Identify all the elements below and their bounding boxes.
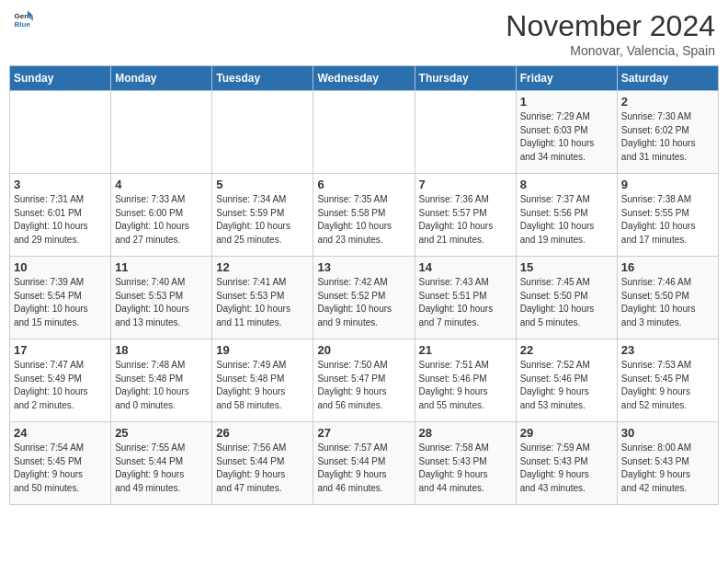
day-info: Sunrise: 7:50 AM Sunset: 5:47 PM Dayligh… — [317, 359, 410, 412]
day-cell: 10Sunrise: 7:39 AM Sunset: 5:54 PM Dayli… — [10, 257, 111, 339]
day-cell: 15Sunrise: 7:45 AM Sunset: 5:50 PM Dayli… — [516, 257, 617, 339]
day-number: 30 — [621, 426, 714, 440]
day-cell — [415, 91, 516, 174]
title-area: November 2024 Monovar, Valencia, Spain — [506, 9, 715, 58]
weekday-header-wednesday: Wednesday — [313, 66, 415, 91]
day-info: Sunrise: 7:52 AM Sunset: 5:46 PM Dayligh… — [520, 359, 613, 412]
day-info: Sunrise: 7:39 AM Sunset: 5:54 PM Dayligh… — [14, 276, 107, 329]
weekday-header-row: SundayMondayTuesdayWednesdayThursdayFrid… — [10, 66, 719, 91]
day-cell: 26Sunrise: 7:56 AM Sunset: 5:44 PM Dayli… — [212, 422, 313, 505]
day-info: Sunrise: 7:40 AM Sunset: 5:53 PM Dayligh… — [115, 276, 208, 329]
day-cell: 17Sunrise: 7:47 AM Sunset: 5:49 PM Dayli… — [10, 339, 111, 422]
day-number: 7 — [419, 178, 512, 191]
location-title: Monovar, Valencia, Spain — [506, 43, 715, 58]
day-number: 9 — [621, 178, 714, 191]
day-info: Sunrise: 7:43 AM Sunset: 5:51 PM Dayligh… — [419, 276, 512, 329]
day-info: Sunrise: 7:35 AM Sunset: 5:58 PM Dayligh… — [317, 193, 410, 247]
day-number: 28 — [419, 426, 512, 440]
day-info: Sunrise: 7:29 AM Sunset: 6:03 PM Dayligh… — [520, 110, 613, 164]
weekday-header-thursday: Thursday — [415, 66, 516, 91]
day-cell: 9Sunrise: 7:38 AM Sunset: 5:55 PM Daylig… — [617, 174, 718, 257]
day-info: Sunrise: 7:38 AM Sunset: 5:55 PM Dayligh… — [621, 193, 714, 247]
day-number: 21 — [419, 343, 512, 357]
day-number: 14 — [419, 260, 512, 274]
day-number: 6 — [317, 178, 410, 191]
day-number: 23 — [621, 343, 714, 357]
day-number: 5 — [216, 178, 309, 191]
day-info: Sunrise: 7:59 AM Sunset: 5:43 PM Dayligh… — [520, 442, 613, 495]
day-cell: 7Sunrise: 7:36 AM Sunset: 5:57 PM Daylig… — [415, 174, 516, 257]
day-number: 1 — [520, 95, 613, 109]
day-info: Sunrise: 7:55 AM Sunset: 5:44 PM Dayligh… — [115, 442, 208, 495]
day-cell: 8Sunrise: 7:37 AM Sunset: 5:56 PM Daylig… — [516, 174, 617, 257]
weekday-header-sunday: Sunday — [10, 66, 111, 91]
week-row-5: 24Sunrise: 7:54 AM Sunset: 5:45 PM Dayli… — [10, 422, 719, 505]
day-cell: 1Sunrise: 7:29 AM Sunset: 6:03 PM Daylig… — [516, 91, 617, 174]
day-info: Sunrise: 7:53 AM Sunset: 5:45 PM Dayligh… — [621, 359, 714, 412]
day-cell: 3Sunrise: 7:31 AM Sunset: 6:01 PM Daylig… — [10, 174, 111, 257]
day-cell: 27Sunrise: 7:57 AM Sunset: 5:44 PM Dayli… — [313, 422, 415, 505]
day-cell: 25Sunrise: 7:55 AM Sunset: 5:44 PM Dayli… — [111, 422, 212, 505]
day-number: 15 — [520, 260, 613, 274]
day-number: 18 — [115, 343, 208, 357]
day-cell: 14Sunrise: 7:43 AM Sunset: 5:51 PM Dayli… — [415, 257, 516, 339]
day-cell: 12Sunrise: 7:41 AM Sunset: 5:53 PM Dayli… — [212, 257, 313, 339]
day-info: Sunrise: 7:46 AM Sunset: 5:50 PM Dayligh… — [621, 276, 714, 329]
day-cell: 11Sunrise: 7:40 AM Sunset: 5:53 PM Dayli… — [111, 257, 212, 339]
day-info: Sunrise: 7:41 AM Sunset: 5:53 PM Dayligh… — [216, 276, 309, 329]
day-info: Sunrise: 7:48 AM Sunset: 5:48 PM Dayligh… — [115, 359, 208, 412]
svg-text:Blue: Blue — [14, 20, 30, 29]
day-info: Sunrise: 7:37 AM Sunset: 5:56 PM Dayligh… — [520, 193, 613, 247]
day-info: Sunrise: 7:42 AM Sunset: 5:52 PM Dayligh… — [317, 276, 410, 329]
day-number: 16 — [621, 260, 714, 274]
day-cell — [10, 91, 111, 174]
day-cell: 22Sunrise: 7:52 AM Sunset: 5:46 PM Dayli… — [516, 339, 617, 422]
day-number: 20 — [317, 343, 410, 357]
day-info: Sunrise: 7:57 AM Sunset: 5:44 PM Dayligh… — [317, 442, 410, 495]
day-info: Sunrise: 7:51 AM Sunset: 5:46 PM Dayligh… — [419, 359, 512, 412]
day-cell: 30Sunrise: 8:00 AM Sunset: 5:43 PM Dayli… — [617, 422, 718, 505]
day-info: Sunrise: 7:49 AM Sunset: 5:48 PM Dayligh… — [216, 359, 309, 412]
day-cell: 24Sunrise: 7:54 AM Sunset: 5:45 PM Dayli… — [10, 422, 111, 505]
weekday-header-tuesday: Tuesday — [212, 66, 313, 91]
day-number: 22 — [520, 343, 613, 357]
logo-icon: General Blue — [13, 9, 33, 29]
day-cell: 20Sunrise: 7:50 AM Sunset: 5:47 PM Dayli… — [313, 339, 415, 422]
day-info: Sunrise: 7:45 AM Sunset: 5:50 PM Dayligh… — [520, 276, 613, 329]
day-info: Sunrise: 7:54 AM Sunset: 5:45 PM Dayligh… — [14, 442, 107, 495]
month-title: November 2024 — [506, 9, 715, 43]
day-cell: 4Sunrise: 7:33 AM Sunset: 6:00 PM Daylig… — [111, 174, 212, 257]
day-number: 13 — [317, 260, 410, 274]
day-cell: 18Sunrise: 7:48 AM Sunset: 5:48 PM Dayli… — [111, 339, 212, 422]
day-cell — [212, 91, 313, 174]
logo: General Blue — [13, 9, 33, 29]
day-cell — [313, 91, 415, 174]
day-cell: 5Sunrise: 7:34 AM Sunset: 5:59 PM Daylig… — [212, 174, 313, 257]
day-number: 2 — [621, 95, 714, 109]
day-cell: 2Sunrise: 7:30 AM Sunset: 6:02 PM Daylig… — [617, 91, 718, 174]
day-info: Sunrise: 7:58 AM Sunset: 5:43 PM Dayligh… — [419, 442, 512, 495]
day-number: 4 — [115, 178, 208, 191]
day-info: Sunrise: 7:31 AM Sunset: 6:01 PM Dayligh… — [14, 193, 107, 247]
day-cell: 29Sunrise: 7:59 AM Sunset: 5:43 PM Dayli… — [516, 422, 617, 505]
day-number: 10 — [14, 260, 107, 274]
day-info: Sunrise: 7:33 AM Sunset: 6:00 PM Dayligh… — [115, 193, 208, 247]
day-number: 8 — [520, 178, 613, 191]
weekday-header-saturday: Saturday — [617, 66, 718, 91]
weekday-header-friday: Friday — [516, 66, 617, 91]
day-number: 11 — [115, 260, 208, 274]
week-row-4: 17Sunrise: 7:47 AM Sunset: 5:49 PM Dayli… — [10, 339, 719, 422]
day-cell: 13Sunrise: 7:42 AM Sunset: 5:52 PM Dayli… — [313, 257, 415, 339]
calendar-table: SundayMondayTuesdayWednesdayThursdayFrid… — [9, 65, 719, 505]
day-number: 3 — [14, 178, 107, 191]
day-cell: 6Sunrise: 7:35 AM Sunset: 5:58 PM Daylig… — [313, 174, 415, 257]
day-info: Sunrise: 7:30 AM Sunset: 6:02 PM Dayligh… — [621, 110, 714, 164]
day-cell: 21Sunrise: 7:51 AM Sunset: 5:46 PM Dayli… — [415, 339, 516, 422]
day-cell: 16Sunrise: 7:46 AM Sunset: 5:50 PM Dayli… — [617, 257, 718, 339]
day-cell: 23Sunrise: 7:53 AM Sunset: 5:45 PM Dayli… — [617, 339, 718, 422]
day-info: Sunrise: 8:00 AM Sunset: 5:43 PM Dayligh… — [621, 442, 714, 495]
day-number: 29 — [520, 426, 613, 440]
day-number: 26 — [216, 426, 309, 440]
day-number: 25 — [115, 426, 208, 440]
day-cell: 28Sunrise: 7:58 AM Sunset: 5:43 PM Dayli… — [415, 422, 516, 505]
